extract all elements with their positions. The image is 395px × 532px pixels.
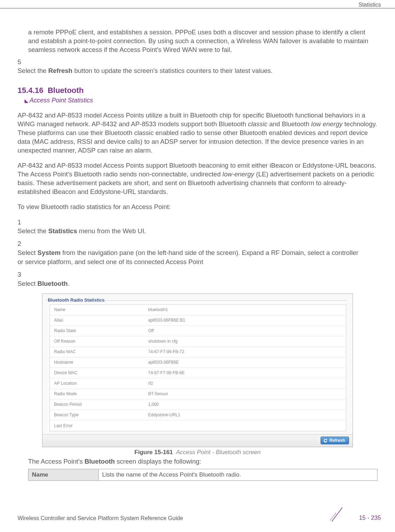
step-3: 3 Select Bluetooth. — [18, 270, 377, 288]
panel-title: Bluetooth Radio Statistics — [48, 297, 105, 303]
stat-value: 74-67-F7-06-FB-72 — [148, 349, 346, 354]
figure-description: Access Point - Bluetooth screen — [175, 449, 261, 456]
text: Select — [18, 280, 38, 287]
svg-line-1 — [330, 513, 336, 520]
table-row: Radio StateOff — [50, 326, 346, 336]
refresh-keyword: Refresh — [48, 67, 72, 74]
table-row: Hostnameap8533-06FB6E — [50, 357, 346, 368]
text: . — [68, 280, 70, 287]
step-body: Select System from the navigation pane (… — [18, 248, 365, 267]
continuation-paragraph: a remote PPPoE client, and establishes a… — [28, 28, 377, 54]
page-content: a remote PPPoE client, and establishes a… — [18, 28, 377, 481]
keyword: System — [38, 249, 61, 256]
stats-table: Namebluetooth1 Aliasap8533-06FB6E:B1 Rad… — [50, 304, 346, 431]
stat-label: Beacon Type — [50, 412, 148, 417]
stat-value: ap8533-06FB6E:B1 — [148, 318, 346, 323]
stat-label: Off Reason — [50, 339, 148, 344]
text: Select the — [18, 227, 48, 235]
desc-value-cell: Lists the name of the Access Point's Blu… — [99, 469, 377, 480]
text: The Access Point's — [28, 458, 85, 465]
step-body: Select the Statistics menu from the Web … — [18, 227, 365, 236]
step-body: Select the Refresh button to update the … — [18, 67, 365, 75]
panel-border — [45, 300, 47, 301]
page-number: 15 - 235 — [359, 514, 381, 521]
keyword: Bluetooth — [38, 280, 68, 287]
step-number: 5 — [18, 58, 28, 67]
after-figure-text: The Access Point's Bluetooth screen disp… — [28, 458, 377, 465]
table-row: Device MAC74-67-F7-06-FB-6E — [50, 368, 346, 378]
table-row: Radio ModeBT-Sensor — [50, 389, 346, 399]
body-paragraph-1: AP-8432 and AP-8533 model Access Points … — [18, 111, 377, 155]
keyword: Bluetooth — [85, 458, 115, 465]
arrow-icon: ◣ — [25, 98, 28, 103]
table-row: AP Locationrf2 — [50, 378, 346, 389]
section-number: 15.4.16 — [18, 86, 43, 95]
text: screen displays the following: — [115, 458, 201, 465]
desc-name-cell: Name — [28, 469, 99, 480]
intro-sentence: To view Bluetooth radio statistics for a… — [18, 203, 377, 211]
header-section-name: Statistics — [358, 2, 381, 8]
table-row: Aliasap8533-06FB6E:B1 — [50, 315, 346, 326]
panel-border — [104, 300, 347, 301]
stat-value: Eddystone-URL1 — [148, 412, 346, 417]
section-heading: 15.4.16 Bluetooth — [18, 86, 377, 95]
footer-guide-name: Wireless Controller and Service Platform… — [18, 515, 183, 521]
step-1: 1 Select the Statistics menu from the We… — [18, 218, 377, 236]
text: Select — [18, 249, 38, 256]
table-row: Last Error — [50, 420, 346, 431]
step-number: 2 — [18, 239, 28, 248]
stat-label: AP Location — [50, 381, 148, 386]
stat-label: Radio State — [50, 328, 148, 333]
stat-label: Beacon Period — [50, 402, 148, 407]
step-number: 1 — [18, 218, 28, 227]
stat-label: Hostname — [50, 360, 148, 365]
text: from the navigation pane (on the left-ha… — [18, 249, 358, 265]
link-text: Access Point Statistics — [29, 97, 93, 104]
description-table: Name Lists the name of the Access Point'… — [28, 469, 377, 481]
table-row: Radio MAC74-67-F7-06-FB-72 — [50, 347, 346, 357]
header-divider — [0, 8, 395, 8]
italic-low-energy: low energy — [311, 120, 342, 128]
figure-caption: Figure 15-161 Access Point - Bluetooth s… — [42, 449, 353, 456]
text: button to update the screen's statistics… — [72, 67, 272, 74]
stat-label: Device MAC — [50, 370, 148, 375]
stat-value: shutdown in cfg — [148, 339, 346, 344]
table-row: Off Reasonshutdown in cfg — [50, 336, 346, 347]
refresh-label: Refresh — [329, 438, 345, 443]
text: and Bluetooth — [268, 120, 311, 128]
figure-label: Figure 15-161 — [134, 449, 173, 456]
table-row: Name Lists the name of the Access Point'… — [28, 469, 377, 480]
stat-value: ap8533-06FB6E — [148, 360, 346, 365]
stat-value: Off — [148, 328, 346, 333]
step-body: Select Bluetooth. — [18, 279, 365, 288]
step-number: 3 — [18, 270, 28, 279]
refresh-button[interactable]: Refresh — [321, 437, 349, 444]
italic-low-energy: low-energy — [223, 170, 255, 178]
stat-label: Radio MAC — [50, 349, 148, 354]
step-5: 5 Select the Refresh button to update th… — [18, 58, 377, 75]
stat-value: 1,000 — [148, 402, 346, 407]
footer-divider-icon — [328, 506, 346, 523]
table-row: Namebluetooth1 — [50, 305, 346, 315]
figure-desc-text: Access Point - Bluetooth screen — [176, 449, 261, 456]
stat-label: Last Error — [50, 423, 148, 428]
stat-value: rf2 — [148, 381, 346, 386]
stat-label: Radio Mode — [50, 391, 148, 396]
table-row: Beacon TypeEddystone-URL1 — [50, 410, 346, 420]
stat-value: bluetooth1 — [148, 307, 346, 312]
stat-label: Name — [50, 307, 148, 312]
italic-classic: classic — [248, 120, 268, 128]
bluetooth-stats-panel: Bluetooth Radio Statistics Namebluetooth… — [42, 294, 353, 447]
screenshot-container: Bluetooth Radio Statistics Namebluetooth… — [42, 294, 353, 456]
step-2: 2 Select System from the navigation pane… — [18, 239, 377, 267]
stat-value: BT-Sensor — [148, 391, 346, 396]
keyword: Statistics — [48, 227, 77, 235]
breadcrumb-link[interactable]: ◣Access Point Statistics — [25, 97, 377, 104]
refresh-toolbar: Refresh — [42, 434, 353, 447]
svg-line-0 — [332, 507, 342, 521]
stat-label: Alias — [50, 318, 148, 323]
steps-list: 1 Select the Statistics menu from the We… — [18, 218, 377, 288]
refresh-icon — [323, 438, 328, 443]
text: Select the — [18, 67, 48, 74]
stat-value: 74-67-F7-06-FB-6E — [148, 370, 346, 375]
